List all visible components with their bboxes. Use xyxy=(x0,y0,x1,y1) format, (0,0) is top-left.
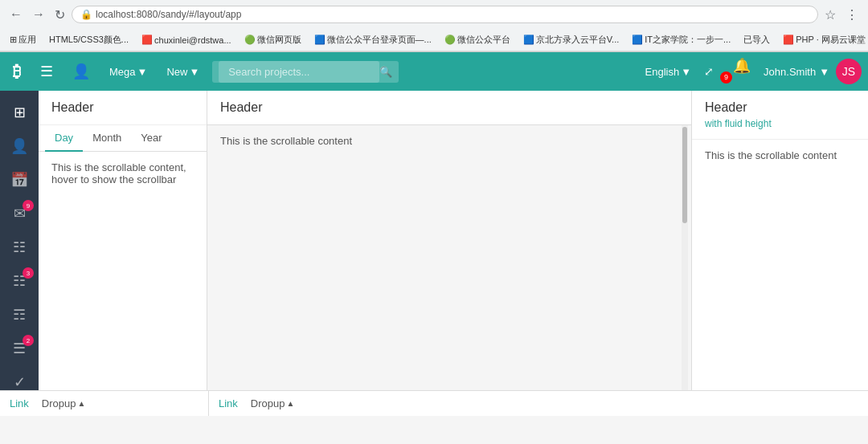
app-logo: ₿ xyxy=(6,63,27,81)
footer-left: Link Dropup ▲ xyxy=(0,391,209,416)
notification-badge: 9 xyxy=(720,71,732,84)
apps-bookmark[interactable]: ⊞ 应用 xyxy=(6,32,39,47)
it-bookmark[interactable]: 🟦 IT之家学院：一步一... xyxy=(628,32,734,47)
tab-month[interactable]: Month xyxy=(83,125,131,152)
sidebar-item-layers[interactable]: ☶ xyxy=(3,299,35,330)
new-menu-button[interactable]: New ▼ xyxy=(160,63,206,81)
mail-badge: 9 xyxy=(23,200,34,211)
left-panel-content: This is the scrollable content, hover to… xyxy=(39,152,207,390)
new-chevron-icon: ▼ xyxy=(189,66,199,78)
footer-dropup-right[interactable]: Dropup ▲ xyxy=(251,397,295,409)
back-button[interactable]: ← xyxy=(6,6,26,23)
sidebar-item-dashboard[interactable]: ☷ 3 xyxy=(3,266,35,296)
tab-year[interactable]: Year xyxy=(131,125,171,152)
hamburger-button[interactable]: ☰ xyxy=(34,59,59,84)
right-panel: Header with fluid height This is the scr… xyxy=(691,91,868,390)
list-badge: 2 xyxy=(23,335,34,346)
main-area: ⊞ 👤 📅 ✉ 9 ☷ ☷ 3 ☶ ☰ 2 ✓ 📈 📄 30% xyxy=(0,91,868,390)
search-container: 🔍 xyxy=(212,61,399,83)
right-panel-subheader: with fluid height xyxy=(692,118,868,140)
address-bar[interactable]: 🔒 localhost:8080/sandy/#/layout/app xyxy=(72,6,818,23)
address-text: localhost:8080/sandy/#/layout/app xyxy=(96,9,241,20)
search-input[interactable] xyxy=(219,61,379,83)
sidebar-item-calendar[interactable]: 📅 xyxy=(3,165,35,195)
bookmarks-bar: ⊞ 应用 HTML5/CSS3颜色... 🟥 chuxinlei@rdstwa.… xyxy=(0,29,868,51)
profile-nav-button[interactable]: 👤 xyxy=(66,59,96,84)
left-sidebar: ⊞ 👤 📅 ✉ 9 ☷ ☷ 3 ☶ ☰ 2 ✓ 📈 📄 30% xyxy=(0,91,39,390)
dropup-right-chevron-icon: ▲ xyxy=(287,399,295,408)
wechat3-bookmark[interactable]: 🟢 微信公众平台 xyxy=(441,32,514,47)
browser-nav-bar: ← → ↻ 🔒 localhost:8080/sandy/#/layout/ap… xyxy=(0,0,868,29)
sidebar-item-users[interactable]: 👤 xyxy=(3,131,35,161)
user-menu[interactable]: John.Smith ▼ xyxy=(764,66,829,78)
lang-chevron-icon: ▼ xyxy=(681,66,691,78)
content-area: Header Day Month Year This is the scroll… xyxy=(39,91,868,390)
dashboard-badge: 3 xyxy=(23,267,34,279)
html-bookmark[interactable]: HTML5/CSS3颜色... xyxy=(46,32,132,47)
footer-dropup-left[interactable]: Dropup ▲ xyxy=(42,397,86,409)
footer: Link Dropup ▲ Link Dropup ▲ xyxy=(0,390,868,416)
sidebar-item-grid[interactable]: ☷ xyxy=(3,232,35,263)
mega-menu-button[interactable]: Mega ▼ xyxy=(103,63,154,81)
panel-tabs: Day Month Year xyxy=(39,125,207,152)
search-icon: 🔍 xyxy=(379,66,392,78)
reload-button[interactable]: ↻ xyxy=(51,6,68,24)
jingbei-bookmark[interactable]: 🟦 京北方录入云平台V... xyxy=(520,32,623,47)
mega-chevron-icon: ▼ xyxy=(137,66,148,78)
user-chevron-icon: ▼ xyxy=(819,66,829,78)
sidebar-item-tasks[interactable]: ✓ xyxy=(3,367,35,390)
imported-bookmark[interactable]: 已导入 xyxy=(740,32,773,47)
middle-panel-header: Header xyxy=(207,91,691,125)
expand-button[interactable]: ⤢ xyxy=(698,62,720,81)
browser-chrome: ← → ↻ 🔒 localhost:8080/sandy/#/layout/ap… xyxy=(0,0,868,52)
avatar[interactable]: JS xyxy=(836,59,862,84)
sidebar-item-mail[interactable]: ✉ 9 xyxy=(3,198,35,229)
wechat2-bookmark[interactable]: 🟦 微信公众平台登录页面—... xyxy=(311,32,435,47)
sidebar-item-list[interactable]: ☰ 2 xyxy=(3,333,35,364)
lock-icon: 🔒 xyxy=(80,9,92,20)
right-panel-header: Header xyxy=(692,91,868,118)
php-bookmark[interactable]: 🟥 PHP · 网易云课堂 xyxy=(780,32,868,47)
top-navbar: ₿ ☰ 👤 Mega ▼ New ▼ 🔍 English ▼ ⤢ 🔔 9 xyxy=(0,52,868,91)
bookmark-button[interactable]: ☆ xyxy=(821,6,839,24)
left-panel: Header Day Month Year This is the scroll… xyxy=(39,91,207,390)
chuxin-bookmark[interactable]: 🟥 chuxinlei@rdstwa... xyxy=(138,33,235,47)
language-selector[interactable]: English ▼ xyxy=(645,66,692,78)
footer-link-left[interactable]: Link xyxy=(10,397,29,409)
footer-right: Link Dropup ▲ xyxy=(209,391,304,416)
forward-button[interactable]: → xyxy=(29,6,48,23)
dropup-chevron-icon: ▲ xyxy=(78,399,86,408)
left-panel-header: Header xyxy=(39,91,207,125)
middle-panel: Header This is the scrollable content xyxy=(207,91,691,390)
right-panel-content: This is the scrollable content xyxy=(692,140,868,390)
app-wrapper: ₿ ☰ 👤 Mega ▼ New ▼ 🔍 English ▼ ⤢ 🔔 9 xyxy=(0,52,868,416)
sidebar-item-home[interactable]: ⊞ xyxy=(3,97,35,128)
notification-container: 🔔 9 xyxy=(727,54,757,90)
footer-link-right[interactable]: Link xyxy=(219,397,238,409)
tab-day[interactable]: Day xyxy=(45,125,83,152)
nav-right: English ▼ ⤢ 🔔 9 John.Smith ▼ JS xyxy=(645,54,862,90)
menu-button[interactable]: ⋮ xyxy=(842,6,862,24)
wechat-bookmark[interactable]: 🟢 微信网页版 xyxy=(241,32,305,47)
scrollbar[interactable] xyxy=(682,125,688,390)
middle-panel-content[interactable]: This is the scrollable content xyxy=(207,125,691,390)
scroll-thumb xyxy=(682,127,687,223)
